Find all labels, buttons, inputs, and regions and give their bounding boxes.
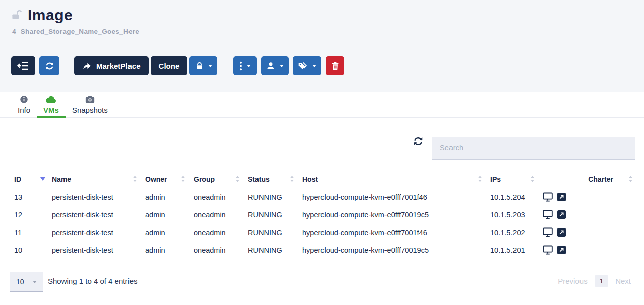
external-link-icon[interactable] bbox=[557, 193, 566, 201]
cell-actions bbox=[543, 210, 572, 219]
cell-ips: 10.1.5.201 bbox=[490, 246, 543, 254]
info-icon bbox=[20, 95, 28, 104]
monitor-icon[interactable] bbox=[543, 210, 553, 219]
cell-owner: admin bbox=[145, 246, 194, 254]
ownership-dropdown-button[interactable] bbox=[261, 56, 289, 75]
sort-desc-icon bbox=[40, 177, 45, 181]
cell-group: oneadmin bbox=[194, 211, 248, 219]
detail-tabs: Info VMs Snapshots bbox=[0, 92, 644, 118]
caret-down-icon bbox=[33, 281, 37, 283]
search-input[interactable] bbox=[432, 137, 635, 160]
image-name: Shared_Storage_Name_Goes_Here bbox=[21, 28, 139, 35]
column-header-owner[interactable]: Owner bbox=[145, 175, 194, 183]
clone-button[interactable]: Clone bbox=[151, 56, 188, 75]
cell-id: 10 bbox=[14, 246, 52, 254]
column-label-owner: Owner bbox=[145, 175, 167, 183]
column-label-id: ID bbox=[14, 175, 21, 183]
page-size-value: 10 bbox=[16, 278, 24, 286]
sort-icon bbox=[235, 176, 240, 182]
back-to-list-button[interactable] bbox=[11, 56, 35, 75]
table-refresh-icon[interactable] bbox=[413, 136, 424, 147]
column-header-ips[interactable]: IPs bbox=[490, 175, 543, 183]
next-page-button[interactable]: Next bbox=[615, 277, 631, 285]
tab-vms[interactable]: VMs bbox=[37, 92, 66, 117]
delete-button[interactable] bbox=[326, 56, 344, 75]
caret-down-icon bbox=[280, 65, 284, 67]
cell-actions bbox=[543, 227, 572, 237]
monitor-icon[interactable] bbox=[543, 245, 553, 255]
table-row[interactable]: 13persistent-disk-testadminoneadminRUNNI… bbox=[0, 188, 644, 206]
cell-owner: admin bbox=[145, 211, 194, 219]
cell-group: oneadmin bbox=[194, 228, 248, 237]
cell-ips: 10.1.5.203 bbox=[490, 211, 543, 219]
column-header-charter[interactable]: Charter bbox=[572, 175, 635, 183]
image-id: 4 bbox=[12, 28, 16, 35]
cell-ips: 10.1.5.204 bbox=[490, 193, 543, 201]
cell-host: hypercloud-compute-kvm-e0fff70019c5 bbox=[302, 211, 490, 219]
cell-id: 13 bbox=[14, 193, 52, 201]
monitor-icon[interactable] bbox=[543, 227, 553, 237]
action-toolbar: MarketPlace Clone bbox=[11, 56, 344, 75]
breadcrumb: 4 Shared_Storage_Name_Goes_Here bbox=[12, 28, 139, 35]
sort-icon bbox=[530, 176, 535, 182]
cell-status: RUNNING bbox=[248, 246, 302, 254]
table-row[interactable]: 10persistent-disk-testadminoneadminRUNNI… bbox=[0, 241, 644, 259]
refresh-button[interactable] bbox=[39, 56, 59, 75]
camera-icon bbox=[85, 95, 95, 104]
table-header: ID Name Owner Group Status Host IPs bbox=[0, 170, 644, 188]
table-row[interactable]: 11persistent-disk-testadminoneadminRUNNI… bbox=[0, 223, 644, 241]
cell-status: RUNNING bbox=[248, 228, 302, 237]
marketplace-button[interactable]: MarketPlace bbox=[74, 56, 149, 75]
cell-actions bbox=[543, 245, 572, 255]
sort-icon bbox=[290, 176, 294, 182]
ellipsis-v-icon bbox=[239, 61, 242, 71]
external-link-icon[interactable] bbox=[557, 228, 566, 237]
monitor-icon[interactable] bbox=[543, 192, 553, 202]
column-label-charter: Charter bbox=[588, 175, 613, 183]
tab-vms-label: VMs bbox=[43, 106, 59, 114]
cell-name: persistent-disk-test bbox=[52, 228, 145, 237]
table-row[interactable]: 12persistent-disk-testadminoneadminRUNNI… bbox=[0, 206, 644, 223]
more-actions-dropdown-button[interactable] bbox=[233, 56, 257, 75]
column-label-host: Host bbox=[302, 175, 318, 183]
page-number-button[interactable]: 1 bbox=[595, 275, 608, 287]
page-title: Image bbox=[28, 7, 73, 24]
pagination: Previous 1 Next bbox=[558, 275, 631, 287]
labels-dropdown-button[interactable] bbox=[293, 56, 321, 75]
sort-icon bbox=[133, 176, 137, 182]
caret-down-icon bbox=[208, 65, 212, 67]
cloud-icon bbox=[45, 95, 57, 104]
entries-summary: Showing 1 to 4 of 4 entries bbox=[48, 277, 138, 285]
unlock-icon bbox=[11, 10, 22, 21]
sort-icon bbox=[628, 176, 633, 182]
external-link-icon[interactable] bbox=[557, 246, 566, 254]
share-icon bbox=[82, 62, 92, 70]
table-body: 13persistent-disk-testadminoneadminRUNNI… bbox=[0, 188, 644, 259]
caret-down-icon bbox=[312, 65, 316, 67]
cell-name: persistent-disk-test bbox=[52, 246, 145, 254]
page-size-select[interactable]: 10 bbox=[10, 272, 43, 292]
tab-info[interactable]: Info bbox=[11, 92, 37, 117]
cell-id: 12 bbox=[14, 211, 52, 219]
user-icon bbox=[266, 61, 275, 70]
refresh-icon bbox=[45, 61, 54, 71]
tab-snapshots-label: Snapshots bbox=[72, 106, 108, 114]
column-label-group: Group bbox=[194, 175, 215, 183]
column-label-status: Status bbox=[248, 175, 270, 183]
column-header-name[interactable]: Name bbox=[52, 175, 145, 183]
clone-label: Clone bbox=[159, 62, 180, 70]
column-header-group[interactable]: Group bbox=[194, 175, 248, 183]
lock-icon bbox=[195, 62, 204, 70]
cell-ips: 10.1.5.202 bbox=[490, 228, 543, 237]
column-header-host[interactable]: Host bbox=[302, 175, 490, 183]
cell-host: hypercloud-compute-kvm-e0fff7001f46 bbox=[302, 193, 490, 201]
column-header-id[interactable]: ID bbox=[14, 175, 52, 183]
column-header-status[interactable]: Status bbox=[248, 175, 302, 183]
lock-dropdown-button[interactable] bbox=[189, 56, 217, 75]
previous-page-button[interactable]: Previous bbox=[558, 277, 587, 285]
cell-status: RUNNING bbox=[248, 211, 302, 219]
external-link-icon[interactable] bbox=[557, 210, 566, 219]
cell-owner: admin bbox=[145, 193, 194, 201]
cell-status: RUNNING bbox=[248, 193, 302, 201]
tab-snapshots[interactable]: Snapshots bbox=[66, 92, 114, 117]
